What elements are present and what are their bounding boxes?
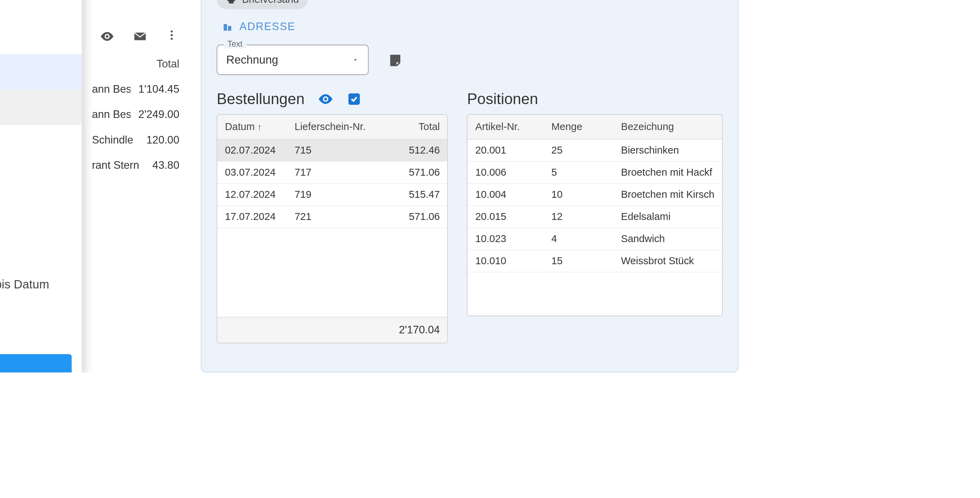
svg-point-29 [324,98,327,100]
orders-col-nr[interactable]: Lieferschein-Nr. [294,121,383,132]
position-row[interactable]: 20.01512Edelsalami [468,206,722,228]
svg-point-12 [170,34,173,36]
positions-title: Positionen [467,90,538,108]
checkbox-checked-icon[interactable] [347,91,362,106]
svg-point-11 [170,30,173,33]
position-row[interactable]: 20.00125Bierschinken [468,140,722,162]
position-row[interactable]: 10.0234Sandwich [468,228,722,251]
filter-dropdown: Aktueller MonatLetzter MonatDatumsbereic… [0,0,82,373]
text-select-value: Rechnung [226,53,278,67]
sent-emails-radio[interactable]: Versendete Emails [0,308,82,342]
dropdown-item-calendar-check[interactable]: Aktueller Monat [0,0,82,19]
eye-icon[interactable] [317,91,334,108]
text-select-label: Text [224,39,247,48]
order-row[interactable]: 03.07.2024717571.06 [217,162,447,184]
orders-col-date[interactable]: Datum [225,121,255,132]
dropdown-item-contact[interactable]: Kundenliste [0,196,82,231]
chip-label: Briefversand [242,0,299,6]
pos-col-desc[interactable]: Bezeichung [621,121,714,132]
order-row[interactable]: 12.07.2024719515.47 [217,184,447,206]
position-row[interactable]: 10.0065Broetchen mit Hackf [468,162,722,184]
note-icon[interactable] [388,52,403,67]
delivery-chip[interactable]: Briefversand [216,0,308,10]
more-icon[interactable] [165,29,178,44]
detail-panel: 003 Herr Mustermann Bestellung 9 Uhr i B… [201,0,738,373]
order-row[interactable]: 17.07.2024721571.06 [217,206,447,228]
orders-col-total[interactable]: Total [383,121,440,132]
position-row[interactable]: 10.00410Broetchen mit Kirsch [468,184,722,206]
svg-point-10 [106,35,108,38]
address-label: ADRESSE [239,21,295,33]
dropdown-item-person-search[interactable]: Kunde [0,125,82,160]
orders-grid: Datum↑ Lieferschein-Nr. Total 02.07.2024… [216,114,448,343]
pos-col-qty[interactable]: Menge [551,121,621,132]
text-select[interactable]: Text Rechnung [216,44,369,75]
order-row[interactable]: 02.07.2024715512.46 [217,140,447,162]
dropdown-item-calendar-open[interactable]: Offene Rechnungen bis Datum [0,266,82,302]
dropdown-item-calendar-arrow[interactable]: Letzter Monat [0,19,82,54]
orders-title: Bestellungen [216,90,304,108]
dropdown-item-calendar[interactable]: Datumsbereich [0,54,82,90]
orders-total: 2'170.04 [399,324,440,336]
address-link[interactable]: ADRESSE [222,21,296,33]
chevron-down-icon [352,56,359,63]
print-icon [226,0,237,6]
svg-point-13 [170,38,173,40]
col-total: Total [156,58,179,71]
confirm-button[interactable]: BESTÄTIGEN [0,354,72,373]
dropdown-item-label: Offene Rechnungen bis Datum [0,278,49,292]
dropdown-item-person-circle[interactable]: Einmalkunden [0,232,82,266]
positions-grid: Artikel-Nr. Menge Bezeichung 20.00125Bie… [467,114,723,316]
preview-icon[interactable] [100,29,115,44]
pos-col-art[interactable]: Artikel-Nr. [476,121,552,132]
dropdown-item-range[interactable]: Rechnungen Bereich [0,90,82,125]
mail-icon[interactable] [132,29,148,44]
building-icon [222,21,233,33]
dropdown-item-people[interactable]: Kundengruppe [0,160,82,196]
position-row[interactable]: 10.01015Weissbrot Stück [468,251,722,273]
sort-asc-icon: ↑ [258,122,262,132]
